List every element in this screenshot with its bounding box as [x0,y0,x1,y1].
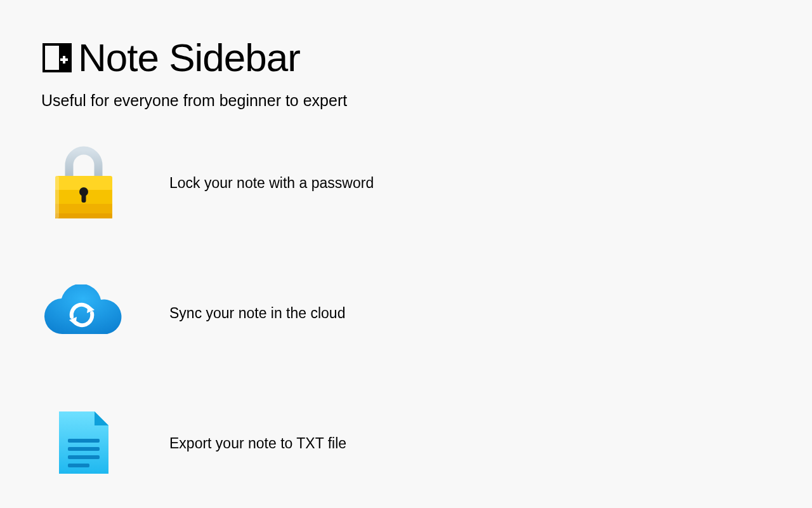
svg-rect-10 [82,194,86,203]
svg-rect-13 [68,439,100,443]
svg-rect-16 [68,464,89,467]
feature-list: Lock your note with a password [41,145,771,481]
svg-rect-8 [55,176,59,218]
page-title: Note Sidebar [78,35,300,80]
svg-rect-15 [68,455,100,459]
svg-rect-14 [68,447,100,451]
cloud-sync-icon [43,275,125,351]
feature-lock: Lock your note with a password [43,145,771,221]
feature-lock-label: Lock your note with a password [169,175,374,192]
page-subtitle: Useful for everyone from beginner to exp… [41,91,771,110]
feature-export-label: Export your note to TXT file [169,435,346,452]
sidebar-plus-icon [41,42,73,74]
app-header: Note Sidebar [41,35,771,80]
svg-rect-3 [60,58,68,61]
lock-icon [43,145,125,221]
feature-export: Export your note to TXT file [43,405,771,481]
export-file-icon [43,405,125,481]
feature-sync: Sync your note in the cloud [43,275,771,351]
feature-sync-label: Sync your note in the cloud [169,305,345,322]
svg-rect-7 [55,213,112,218]
